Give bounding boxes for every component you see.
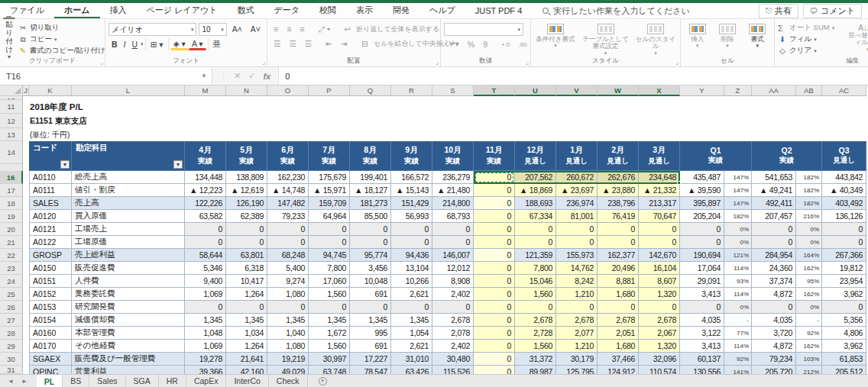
row-header-14[interactable]: 14 xyxy=(0,141,23,164)
cell[interactable]: 85,500 xyxy=(350,210,391,223)
cell[interactable]: 0 xyxy=(474,288,515,301)
borders-button[interactable]: ⊞ ▾ xyxy=(147,38,167,50)
conditional-formatting-button[interactable]: 条件付き書式▾ xyxy=(534,21,577,56)
cell-code[interactable]: A0160 xyxy=(29,327,72,340)
row-header-19[interactable]: 19 xyxy=(0,210,23,223)
cell[interactable]: 151,429 xyxy=(391,197,432,210)
cell[interactable]: 0 xyxy=(391,301,432,314)
styles-dialog-launcher[interactable]: ⌟ xyxy=(675,59,679,66)
sheet-tab-Check[interactable]: Check xyxy=(269,375,308,387)
cell[interactable]: 155,973 xyxy=(556,249,598,262)
cancel-entry-icon[interactable]: ✕ xyxy=(234,71,241,81)
cell[interactable]: 30,997 xyxy=(309,353,350,366)
column-header-S[interactable]: S xyxy=(432,85,474,96)
accounting-format-button[interactable]: ￥▾ xyxy=(444,38,462,50)
cell[interactable]: 0 xyxy=(639,301,680,314)
cell[interactable]: 10,417 xyxy=(226,275,267,288)
cell[interactable]: 114% xyxy=(724,340,752,353)
cell[interactable]: 95% xyxy=(796,275,822,288)
cell[interactable]: 213,317 xyxy=(639,197,680,210)
align-middle-button[interactable]: ≡ xyxy=(283,23,294,35)
cell[interactable]: 31,010 xyxy=(391,353,432,366)
cell[interactable]: 284,954 xyxy=(752,249,796,262)
column-header-L[interactable]: L xyxy=(72,85,185,96)
cell[interactable]: 1,680 xyxy=(598,288,639,301)
cell[interactable]: 0 xyxy=(752,301,796,314)
cell-code[interactable]: A0121 xyxy=(29,223,72,236)
clear-button[interactable]: ◇クリア ▾ xyxy=(778,46,844,56)
row-header-20[interactable]: 20 xyxy=(0,223,23,236)
cell[interactable]: 1,069 xyxy=(185,340,226,353)
column-header-X[interactable]: X xyxy=(639,85,680,96)
clipboard-dialog-launcher[interactable]: ⌟ xyxy=(100,59,103,66)
cell[interactable]: 2,402 xyxy=(432,288,474,301)
cell[interactable]: 29,091 xyxy=(680,275,724,288)
fill-button[interactable]: ⬇フィル ▾ xyxy=(778,34,844,44)
cell[interactable]: 0 xyxy=(752,236,796,249)
cell-account[interactable]: 本部管理費 xyxy=(72,327,185,340)
cell[interactable]: 2,678 xyxy=(515,314,556,327)
header-period-1[interactable]: 4月実績 xyxy=(185,141,226,171)
cell[interactable]: 1,040 xyxy=(267,327,309,340)
cell[interactable]: 214,800 xyxy=(432,197,474,210)
column-header-AB[interactable]: AB xyxy=(796,85,822,96)
cell[interactable]: 10,266 xyxy=(391,275,432,288)
italic-button[interactable]: I xyxy=(121,38,129,50)
cell[interactable]: 0 xyxy=(639,223,680,236)
decrease-indent-button[interactable]: ⇤ xyxy=(322,37,335,50)
cell[interactable]: 395,897 xyxy=(680,197,724,210)
sheet-tab-HR[interactable]: HR xyxy=(159,375,186,387)
cell[interactable]: 236,279 xyxy=(432,171,474,184)
cell[interactable]: 1,210 xyxy=(556,340,598,353)
cell-code[interactable]: A0150 xyxy=(29,262,72,275)
cell[interactable]: 136,126 xyxy=(822,210,866,223)
cell[interactable]: 0% xyxy=(724,223,752,236)
cell[interactable]: 0 xyxy=(556,236,598,249)
sheet-tab-PL[interactable]: PL xyxy=(37,375,63,387)
cell[interactable]: 0 xyxy=(350,301,391,314)
cell[interactable]: 181,273 xyxy=(350,197,391,210)
cell[interactable]: 19,278 xyxy=(185,353,226,366)
number-dialog-launcher[interactable]: ⌟ xyxy=(526,59,529,66)
cell[interactable]: 3,962 xyxy=(822,340,866,353)
cell[interactable]: 1,069 xyxy=(185,288,226,301)
delete-cells-button[interactable]: 削除▾ xyxy=(714,21,740,56)
column-header-U[interactable]: U xyxy=(515,85,556,96)
cell[interactable]: 0 xyxy=(432,301,474,314)
cell[interactable]: 0 xyxy=(474,249,515,262)
cell-account[interactable]: 業務委託費 xyxy=(72,288,185,301)
cell[interactable]: 1,345 xyxy=(309,314,350,327)
cell-styles-button[interactable]: セルのスタイル▾ xyxy=(634,21,677,56)
sheet-tab-Sales[interactable]: Sales xyxy=(89,375,125,387)
cell[interactable]: 234,648 xyxy=(639,171,680,184)
cell-code[interactable]: A0154 xyxy=(29,314,72,327)
cell[interactable]: 147% xyxy=(724,171,752,184)
cell[interactable]: 0 xyxy=(474,301,515,314)
ribbon-tab-ページ レイアウト[interactable]: ページ レイアウト xyxy=(137,3,228,18)
cell[interactable]: 2,067 xyxy=(639,327,680,340)
cell[interactable]: 0 xyxy=(185,301,226,314)
cell-code[interactable]: A0153 xyxy=(29,301,72,314)
cell-code[interactable]: GROSP xyxy=(29,249,72,262)
cell[interactable]: 162% xyxy=(796,288,822,301)
cell[interactable]: 175,679 xyxy=(309,171,350,184)
cell[interactable]: 0 xyxy=(752,223,796,236)
cell[interactable]: 492,411 xyxy=(752,197,796,210)
cell[interactable]: 115,526 xyxy=(432,366,474,374)
cell-account[interactable]: 売上高 xyxy=(72,197,185,210)
cell-code[interactable]: A0120 xyxy=(29,210,72,223)
ribbon-tab-JUST PDF 4[interactable]: JUST PDF 4 xyxy=(465,5,533,18)
cell[interactable]: 1,264 xyxy=(226,288,267,301)
cell-account[interactable]: 営業利益 xyxy=(72,366,185,374)
header-quarter-3[interactable]: Q3見通し xyxy=(822,141,866,171)
cell[interactable]: - xyxy=(724,314,752,327)
shrink-font-button[interactable]: A˅ xyxy=(248,23,264,35)
cell[interactable]: 30,480 xyxy=(432,353,474,366)
header-code[interactable]: コード▼ xyxy=(29,141,72,171)
row-header-24[interactable]: 24 xyxy=(0,275,23,288)
cell[interactable]: 0 xyxy=(185,236,226,249)
cell[interactable]: 1,320 xyxy=(639,340,680,353)
cell-account[interactable]: 減価償却費 xyxy=(72,314,185,327)
cut-button[interactable]: ✂切り取り xyxy=(18,23,105,33)
cell[interactable]: 5,346 xyxy=(185,262,226,275)
